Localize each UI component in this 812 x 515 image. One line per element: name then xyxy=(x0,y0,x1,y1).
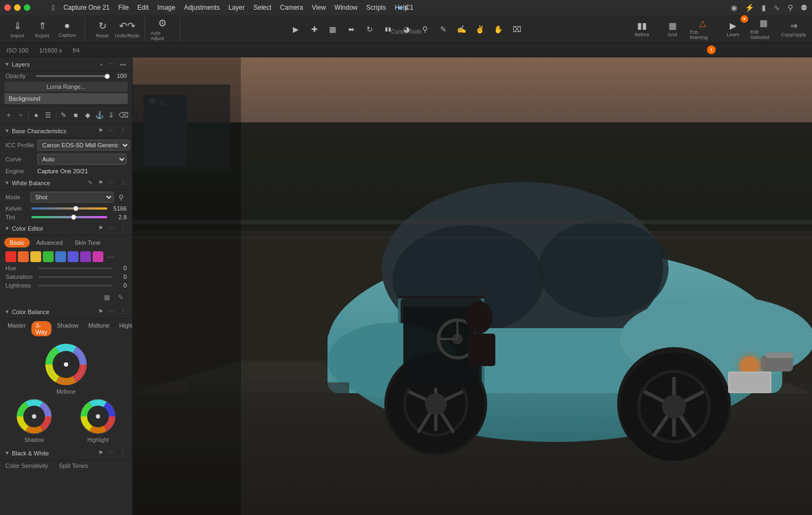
menu-edit[interactable]: Edit xyxy=(137,4,149,11)
color-sensitivity-label[interactable]: Color Sensitivity xyxy=(5,462,48,469)
cursor-rotate-tool[interactable]: ↻ xyxy=(362,22,377,37)
color-editor-header[interactable]: ▼ Color Editor ⚑ ⋯ ⋮ xyxy=(0,221,132,236)
grid-button[interactable]: ▦ Grid xyxy=(659,17,685,41)
minimize-button[interactable] xyxy=(14,4,21,11)
brush-layer-btn[interactable]: ✎ xyxy=(58,108,69,121)
auto-adjust-button[interactable]: ⚙ Auto Adjust xyxy=(150,17,174,41)
opacity-slider[interactable] xyxy=(36,75,110,77)
cursor-move-tool[interactable]: ✚ xyxy=(307,22,322,37)
color-balance-header[interactable]: ▼ Color Balance ⚑ ⋯ ⋮ xyxy=(0,305,132,319)
curve-select[interactable]: Auto xyxy=(37,154,127,165)
layers-menu-icon[interactable]: ⋯ xyxy=(107,60,116,68)
reset-button[interactable]: ↻ Reset xyxy=(90,17,114,41)
bw-header[interactable]: ▼ Black & White ⚑ ⋯ ⋮ xyxy=(0,446,132,460)
cb-action1[interactable]: ⚑ xyxy=(96,308,105,316)
maximize-button[interactable] xyxy=(24,4,30,11)
swatch-orange[interactable] xyxy=(18,251,29,262)
swatch-red[interactable] xyxy=(5,251,16,262)
export-button[interactable]: ⇑ Export xyxy=(30,17,54,41)
menu-apple[interactable]:  xyxy=(52,3,55,12)
cursor-clone-tool[interactable]: ✌ xyxy=(473,22,488,37)
erase-layer-btn[interactable]: ⌫ xyxy=(118,108,129,121)
ce-action3[interactable]: ⋮ xyxy=(119,224,128,232)
tab-skin-tone[interactable]: Skin Tone xyxy=(69,238,106,247)
before-button[interactable]: ▮▮ Before xyxy=(629,17,655,41)
base-char-settings1[interactable]: ⚑ xyxy=(96,127,105,135)
cursor-heal-tool[interactable]: ✋ xyxy=(491,22,506,37)
midtone-wheel[interactable] xyxy=(43,342,89,388)
tint-slider[interactable] xyxy=(31,216,107,218)
undo-redo-button[interactable]: ↶↷ Undo/Redo xyxy=(115,17,139,41)
link-layer-btn[interactable]: ⚓ xyxy=(94,108,105,121)
clone-layer-btn[interactable]: ◆ xyxy=(82,108,93,121)
remove-layer-button[interactable]: − xyxy=(15,108,26,121)
cb-tab-master[interactable]: Master xyxy=(3,321,30,336)
wb-action2[interactable]: ⚑ xyxy=(96,179,105,187)
menu-camera[interactable]: Camera xyxy=(280,4,303,11)
menu-layer[interactable]: Layer xyxy=(228,4,245,11)
cb-tab-shadow[interactable]: Shadow xyxy=(53,321,83,336)
menu-window[interactable]: Window xyxy=(335,4,358,11)
wb-action4[interactable]: ⋮ xyxy=(119,179,128,187)
menu-scripts[interactable]: Scripts xyxy=(366,4,387,11)
canvas-area[interactable] xyxy=(133,57,812,515)
ce-edit-btn[interactable]: ✎ xyxy=(115,291,127,303)
bw-action1[interactable]: ⚑ xyxy=(96,449,105,457)
cursor-brush-tool[interactable]: ✍ xyxy=(454,22,469,37)
cb-tab-midtone[interactable]: Midtone xyxy=(84,321,114,336)
kelvin-slider[interactable] xyxy=(31,207,107,210)
layers-add-icon[interactable]: + xyxy=(98,61,104,68)
ce-action1[interactable]: ⚑ xyxy=(96,224,105,232)
swatch-more-button[interactable]: ⋯ xyxy=(105,251,116,262)
camera-layer-btn[interactable]: ● xyxy=(31,108,42,121)
hue-slider[interactable] xyxy=(38,268,113,269)
tab-basic[interactable]: Basic xyxy=(4,238,30,247)
lightness-slider[interactable] xyxy=(38,285,113,286)
edit-selected-button[interactable]: ▦ Edit Selected xyxy=(750,17,776,41)
swatch-magenta[interactable] xyxy=(93,251,103,262)
menu-app[interactable]: Capture One 21 xyxy=(63,4,109,11)
cursor-pen-tool[interactable]: ✎ xyxy=(436,22,451,37)
capture-button[interactable]: ● Capture xyxy=(55,17,79,41)
menu-select[interactable]: Select xyxy=(253,4,271,11)
cursor-straighten-tool[interactable]: ⬌ xyxy=(344,22,359,37)
add-layer-button[interactable]: + xyxy=(3,108,14,121)
swatch-blue[interactable] xyxy=(68,251,78,262)
list-layer-btn[interactable]: ☰ xyxy=(43,108,54,121)
swatch-yellow[interactable] xyxy=(30,251,41,262)
menu-view[interactable]: View xyxy=(312,4,326,11)
layers-settings-icon[interactable]: ••• xyxy=(118,61,128,68)
control-center-icon[interactable]: ⚉ xyxy=(801,3,808,12)
copy-apply-button[interactable]: ⇒ Copy/Apply xyxy=(781,17,807,41)
base-char-settings2[interactable]: ⋯ xyxy=(107,127,116,135)
learn-button[interactable]: ▶ Learn ● xyxy=(720,17,746,41)
layers-section-header[interactable]: ▼ Layers + ⋯ ••• xyxy=(0,57,132,71)
split-tones-label[interactable]: Split Tones xyxy=(59,462,88,469)
bw-action3[interactable]: ⋮ xyxy=(119,449,128,457)
wb-eyedropper[interactable]: ⚲ xyxy=(116,192,127,203)
cursor-select-tool[interactable]: ▶ xyxy=(289,22,304,37)
wb-action3[interactable]: ⋯ xyxy=(107,179,116,187)
luma-range-button[interactable]: Luma Range... xyxy=(4,82,128,92)
down-layer-btn[interactable]: ⇓ xyxy=(106,108,117,121)
cb-tab-highlight[interactable]: Highlight xyxy=(115,321,133,336)
base-char-settings3[interactable]: ⋮ xyxy=(119,127,128,135)
wb-mode-select[interactable]: Shot xyxy=(30,192,114,203)
wb-action1[interactable]: ✎ xyxy=(86,179,94,187)
exp-warning-button[interactable]: △ Exp. Warning ! xyxy=(690,17,716,41)
menu-image[interactable]: Image xyxy=(158,4,175,11)
cb-tab-3way[interactable]: 3-Way xyxy=(31,321,52,336)
mask-layer-btn[interactable]: ■ xyxy=(70,108,81,121)
icc-profile-select[interactable]: Canon EOS-5D Mkll Generic xyxy=(37,140,130,151)
cb-action3[interactable]: ⋮ xyxy=(119,308,128,316)
saturation-slider[interactable] xyxy=(38,276,113,278)
search-icon[interactable]: ⚲ xyxy=(788,3,793,12)
swatch-cyan[interactable] xyxy=(55,251,66,262)
background-layer[interactable]: Background xyxy=(4,93,128,104)
cursor-erase-tool[interactable]: ⌧ xyxy=(509,22,525,37)
swatch-purple[interactable] xyxy=(80,251,91,262)
close-button[interactable] xyxy=(4,4,11,11)
cb-action2[interactable]: ⋯ xyxy=(107,308,116,316)
highlight-wheel[interactable] xyxy=(78,397,117,436)
ce-action2[interactable]: ⋯ xyxy=(107,224,116,232)
